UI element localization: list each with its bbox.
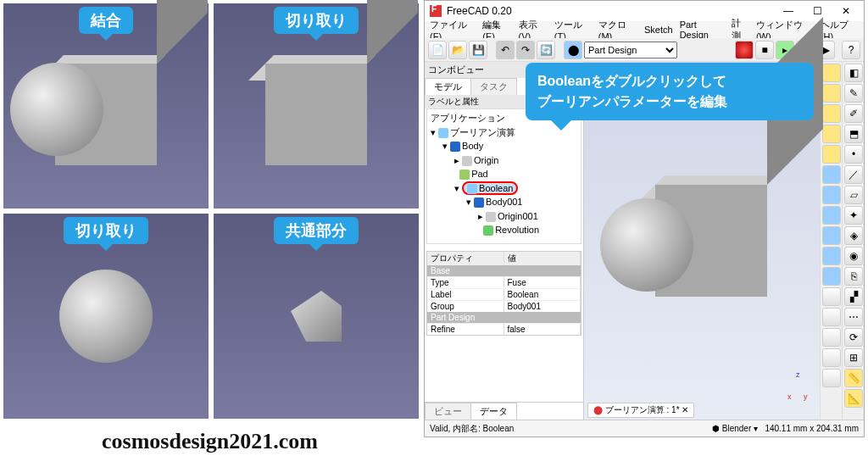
stop-icon[interactable]: ■ (755, 41, 774, 59)
nav-style-icon[interactable]: ⬢ (712, 424, 720, 433)
example-common: 共通部分 (214, 214, 419, 419)
undo-icon[interactable]: ↶ (496, 41, 515, 59)
tree-origin[interactable]: Origin (474, 155, 498, 165)
lcs-icon[interactable]: ✦ (844, 206, 863, 225)
tree-revolution[interactable]: Revolution (495, 225, 539, 235)
subhelix-icon[interactable] (822, 267, 841, 286)
prop-val[interactable]: false (504, 324, 581, 335)
menu-sketch[interactable]: Sketch (644, 25, 673, 35)
prop-key: Label (427, 289, 504, 300)
subloft-icon[interactable] (822, 226, 841, 245)
window-title: FreeCAD 0.20 (447, 5, 512, 17)
tree-pad[interactable]: Pad (471, 169, 488, 179)
example-cut1: 切り取り (214, 3, 419, 209)
pocket-icon[interactable] (822, 165, 841, 184)
workbench-select[interactable]: Part Design (584, 42, 677, 58)
whatsthis-icon[interactable]: ? (842, 41, 860, 59)
measure-angular-icon[interactable]: 📐 (844, 389, 863, 408)
tab-view[interactable]: ビュー (425, 403, 471, 420)
measure-linear-icon[interactable]: 📏 (844, 369, 863, 387)
tree-doc[interactable]: ブーリアン演算 (450, 127, 515, 137)
example-label: 切り取り (274, 7, 359, 34)
status-dims: 140.11 mm x 204.31 mm (765, 424, 859, 433)
watermark: cosmosdesign2021.com (102, 429, 318, 454)
app-icon (430, 5, 442, 17)
props-col-val: 値 (504, 252, 581, 265)
combo-title-label: コンボビュー (428, 64, 484, 76)
tab-close-icon[interactable]: ✕ (682, 405, 688, 414)
minimize-button[interactable]: — (776, 3, 801, 19)
datum-point-icon[interactable]: • (844, 145, 863, 164)
redo-icon[interactable]: ↷ (516, 41, 535, 59)
workbench-icon: ⬤ (564, 41, 582, 59)
tab-model[interactable]: モデル (425, 78, 471, 95)
map-sketch-icon[interactable]: ⬒ (844, 125, 863, 143)
chamfer-icon[interactable] (822, 308, 841, 326)
helix-icon[interactable] (822, 145, 841, 164)
polar-pattern-icon[interactable]: ⟳ (844, 328, 863, 347)
clone-icon[interactable]: ⎘ (844, 267, 863, 286)
draft-icon[interactable] (822, 328, 841, 347)
datum-plane-icon[interactable]: ▱ (844, 186, 863, 204)
sketch-icon[interactable]: ✎ (844, 84, 863, 103)
menubar: ファイル(F) 編集(E) 表示(V) ツール(T) マクロ(M) Sketch… (425, 21, 864, 38)
property-panel: プロパティ 値 Base TypeFuse LabelBoolean Group… (426, 251, 581, 336)
tab-data[interactable]: データ (470, 403, 517, 420)
mirror-icon[interactable]: ▞ (844, 287, 863, 306)
body-icon[interactable]: ◧ (844, 64, 863, 82)
menu-partdesign[interactable]: Part Design (680, 19, 726, 40)
open-icon[interactable]: 📂 (448, 41, 467, 59)
maximize-button[interactable]: ☐ (804, 3, 830, 19)
sweep-icon[interactable] (822, 125, 841, 143)
revolution-icon[interactable] (822, 84, 841, 103)
loft-icon[interactable] (822, 104, 841, 123)
hole-icon[interactable] (822, 186, 841, 204)
record-icon[interactable] (735, 41, 754, 59)
groove-icon[interactable] (822, 206, 841, 225)
document-tab[interactable]: ⬤ ブーリアン演算 : 1* ✕ (587, 403, 694, 418)
linear-pattern-icon[interactable]: ⋯ (844, 308, 863, 326)
example-union: 結合 (3, 3, 209, 209)
props-section-pd: Part Design (427, 312, 581, 323)
status-left: Valid, 内部名: Boolean (430, 423, 514, 435)
new-doc-icon[interactable]: 📄 (428, 41, 447, 59)
example-label: 結合 (79, 7, 133, 34)
tree-boolean[interactable]: Boolean (479, 183, 513, 193)
prop-key: Group (427, 301, 504, 312)
example-cut2: 切り取り (3, 214, 209, 419)
right-toolbar-b: ◧ ✎ ✐ ⬒ • ／ ▱ ✦ ◈ ◉ ⎘ ▞ ⋯ ⟳ ⊞ 📏 📐 (842, 62, 864, 420)
save-icon[interactable]: 💾 (469, 41, 487, 59)
example-label: 切り取り (64, 217, 148, 244)
examples-grid: 結合 切り取り 切り取り 共通部分 (0, 0, 422, 422)
pad-icon[interactable] (822, 64, 841, 82)
prop-val[interactable]: Body001 (504, 301, 581, 312)
thickness-icon[interactable] (822, 348, 841, 367)
example-label: 共通部分 (274, 217, 359, 244)
shapebinder-icon[interactable]: ◈ (844, 226, 863, 245)
subshapebinder-icon[interactable]: ◉ (844, 247, 863, 265)
tree-origin001[interactable]: Origin001 (498, 211, 538, 221)
axis-indicator (787, 374, 813, 399)
multi-transform-icon[interactable]: ⊞ (844, 348, 863, 367)
prop-val[interactable]: Fuse (504, 277, 581, 288)
prop-key: Refine (427, 324, 504, 335)
close-button[interactable]: ✕ (833, 3, 859, 19)
props-col-prop: プロパティ (427, 252, 504, 265)
edit-sketch-icon[interactable]: ✐ (844, 104, 863, 123)
statusbar: Valid, 内部名: Boolean ⬢ Blender ▾ 140.11 m… (425, 420, 864, 437)
prop-key: Type (427, 277, 504, 288)
props-section-base: Base (427, 265, 581, 276)
subsweep-icon[interactable] (822, 247, 841, 265)
boolean-icon[interactable] (822, 369, 841, 387)
tab-task[interactable]: タスク (470, 78, 517, 95)
nav-style[interactable]: Blender (722, 424, 751, 433)
refresh-icon[interactable]: 🔄 (537, 41, 555, 59)
instruction-callout: Booleanをダブルクリックして ブーリアンパラメーターを編集 (526, 63, 814, 120)
datum-line-icon[interactable]: ／ (844, 165, 863, 184)
fillet-icon[interactable] (822, 287, 841, 306)
tree-body001[interactable]: Body001 (486, 197, 522, 207)
prop-val[interactable]: Boolean (504, 289, 581, 300)
tree-body[interactable]: Body (462, 141, 483, 151)
